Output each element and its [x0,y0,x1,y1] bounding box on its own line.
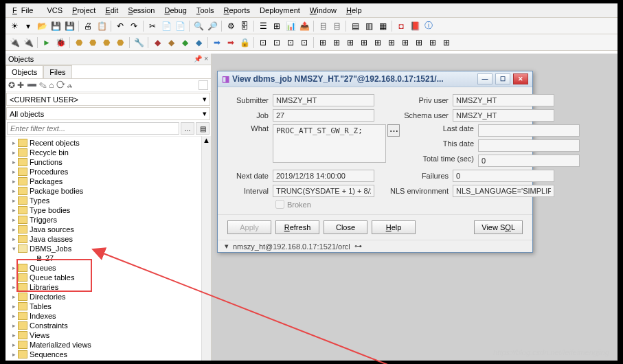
folder-icon[interactable]: 📂 [36,20,48,32]
tree-item[interactable]: ▸Recent objects [8,138,201,148]
p6-icon[interactable]: ⊞ [385,36,398,49]
plug2-icon[interactable]: 🔌 [22,36,34,49]
oracle-icon[interactable]: ◘ [395,20,407,32]
filter-input[interactable] [7,122,179,135]
menu-project[interactable]: Project [68,5,100,16]
stop1-icon[interactable]: ◆ [151,36,163,49]
m3-icon[interactable]: ⊡ [284,36,297,49]
tree-item[interactable]: ▸Procedures [8,167,201,177]
menu-vcs[interactable]: VCS [43,5,67,16]
findrep-icon[interactable]: 🔎 [206,20,218,32]
gear-icon[interactable]: ⚙ [225,20,237,32]
stop4-icon[interactable]: ◆ [192,36,205,49]
stop3-icon[interactable]: ◆ [179,36,191,49]
tree-item[interactable]: ▸Functions [8,157,201,167]
win2-icon[interactable]: ▥ [363,20,375,32]
lock-icon[interactable]: 🔒 [238,36,251,49]
tab-files[interactable]: Files [43,65,71,78]
menu-window[interactable]: Window [306,5,341,16]
field-nlsenv[interactable] [453,185,554,197]
p8-icon[interactable]: ⊞ [413,36,425,49]
filter-more-button[interactable]: ... [181,122,194,135]
tree-item[interactable]: ▾DBMS_Jobs [8,244,201,253]
close-button[interactable]: ✕ [513,73,528,84]
pdf-icon[interactable]: 📕 [409,20,421,32]
win3-icon[interactable]: ▦ [376,20,389,32]
arrow2-icon[interactable]: ➡ [225,36,237,49]
p7-icon[interactable]: ⊞ [399,36,411,49]
m2-icon[interactable]: ⊡ [271,36,283,49]
menu-session[interactable]: Session [124,5,159,16]
plug-icon[interactable]: 🔌 [8,36,21,49]
p9-icon[interactable]: ⊞ [427,36,439,49]
what-expand-button[interactable]: ⋯ [387,124,400,137]
m1-icon[interactable]: ⊡ [257,36,269,49]
arrow1-icon[interactable]: ➡ [211,36,223,49]
tree-item[interactable]: ▸Indexes [8,311,201,321]
copy-icon[interactable]: 📋 [95,20,108,32]
m4-icon[interactable]: ⊡ [298,36,310,49]
field-totaltime[interactable] [478,155,580,167]
object-tree[interactable]: ▸Recent objects▸Recycle bin▸Functions▸Pr… [5,136,201,361]
tree-scrollbar[interactable]: ▲ [201,136,211,361]
tree-item[interactable]: ▸Libraries [8,282,201,292]
sheet-icon[interactable]: 📊 [284,20,297,32]
p10-icon[interactable]: ⊞ [440,36,453,49]
sun-icon[interactable]: ☀ [8,20,21,32]
p2-icon[interactable]: ⊞ [330,36,343,49]
user-selector[interactable]: <CURRENT USER>▾ [6,93,210,106]
tab-objects[interactable]: Objects [5,65,43,78]
print-icon[interactable]: 🖨 [82,20,94,32]
menu-reports[interactable]: Reports [220,5,255,16]
list-icon[interactable]: ☰ [257,20,269,32]
wrench-icon[interactable]: 🔧 [133,36,145,49]
paste-icon[interactable]: 📄 [160,20,172,32]
field-job[interactable] [273,109,374,122]
view-sql-button[interactable]: View SQL [474,220,523,234]
p5-icon[interactable]: ⊞ [372,36,384,49]
doc-icon[interactable]: 📄 [174,20,186,32]
field-lastdate[interactable] [478,124,580,137]
step4-icon[interactable]: ⬣ [114,36,126,49]
tree-item[interactable]: ▸Queue tables [8,273,201,282]
menu-edit[interactable]: Edit [101,5,122,16]
p3-icon[interactable]: ⊞ [344,36,356,49]
refresh-button[interactable]: Refresh [275,220,319,234]
export-icon[interactable]: 📤 [298,20,310,32]
pin-icon[interactable]: 📌 [194,55,202,62]
run-icon[interactable]: ► [41,36,53,49]
panel-close-icon[interactable]: × [204,55,208,62]
all-objects-selector[interactable]: All objects▾ [6,107,210,120]
tree-item[interactable]: ▸Packages [8,177,201,186]
p4-icon[interactable]: ⊞ [358,36,370,49]
tree-item[interactable]: ▸Triggers [8,215,201,225]
tree-item[interactable]: ▸Package bodies [8,186,201,196]
step3-icon[interactable]: ⬣ [100,36,113,49]
menu-deployment[interactable]: Deployment [256,5,304,16]
tree-item[interactable]: ▸Type bodies [8,205,201,215]
minimize-button[interactable]: — [477,73,492,84]
step1-icon[interactable]: ⬣ [73,36,85,49]
tree-item[interactable]: ▸Types [8,196,201,205]
menu-file[interactable]: FFile [8,5,41,16]
dropdown-icon[interactable]: ▾ [22,20,34,32]
field-thisdate[interactable] [478,139,580,152]
win1-icon[interactable]: ▤ [349,20,361,32]
tree-subitem[interactable]: 🗎27 [8,253,201,263]
maximize-button[interactable]: ☐ [495,73,510,84]
field-interval[interactable] [273,185,374,197]
field-nextdate[interactable] [273,170,374,182]
find-icon[interactable]: 🔍 [192,20,205,32]
help-button[interactable]: Help [372,220,416,234]
tree-item[interactable]: ▸Directories [8,292,201,302]
tree-item[interactable]: ▸Materialized views [8,340,201,350]
sql2-icon[interactable]: ⌸ [330,20,343,32]
grid-icon[interactable]: ⊞ [271,20,283,32]
menu-help[interactable]: Help [342,5,366,16]
save-icon[interactable]: 💾 [49,20,62,32]
redo-icon[interactable]: ↷ [128,20,140,32]
menu-debug[interactable]: Debug [160,5,190,16]
tree-item[interactable]: ▸Recycle bin [8,148,201,157]
tree-item[interactable]: ▸Views [8,330,201,340]
saveall-icon[interactable]: 💾 [63,20,76,32]
